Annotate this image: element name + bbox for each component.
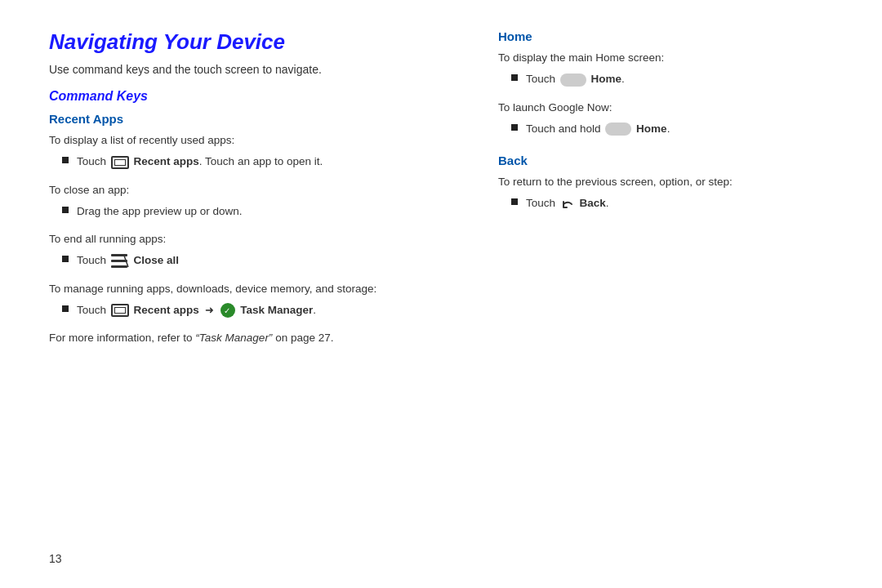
touch-label-back: Touch xyxy=(526,197,555,209)
display-list-text: To display a list of recently used apps: xyxy=(49,132,449,149)
bullet-touch-home: Touch Home. xyxy=(511,71,825,87)
page-title: Navigating Your Device xyxy=(49,29,449,55)
svg-rect-2 xyxy=(111,265,127,268)
bullet-square-icon xyxy=(62,157,69,163)
recent-apps-bold: Recent apps xyxy=(134,155,199,167)
more-info-italic: “Task Manager” xyxy=(195,332,272,344)
close-all-text: Touch Close all xyxy=(77,252,449,269)
svg-rect-1 xyxy=(111,260,127,262)
recent-apps-bold-2: Recent apps xyxy=(134,304,199,316)
task-manager-bold: Task Manager xyxy=(240,304,313,316)
touch-back-text: Touch Back. xyxy=(526,195,825,212)
back-bold: Back xyxy=(580,197,606,209)
drag-app-text: Drag the app preview up or down. xyxy=(77,203,449,220)
home-bold: Home xyxy=(591,73,622,85)
touch-label-close: Touch xyxy=(77,254,106,266)
bullet-drag-app: Drag the app preview up or down. xyxy=(62,203,449,220)
page-number: 13 xyxy=(49,552,62,565)
home-bold-2: Home xyxy=(636,122,667,135)
touch-label-tm: Touch xyxy=(77,304,106,316)
task-manager-text: Touch Recent apps ➜ Task Manager. xyxy=(77,302,449,318)
bullet-square-icon xyxy=(62,305,69,312)
task-manager-icon xyxy=(220,303,235,318)
bullet-task-manager: Touch Recent apps ➜ Task Manager. xyxy=(62,302,449,318)
bullet-close-all: Touch Close all xyxy=(62,252,449,269)
touch-home-text: Touch Home. xyxy=(526,71,825,87)
intro-text: Use command keys and the touch screen to… xyxy=(49,63,449,76)
bullet-square-icon xyxy=(511,124,518,131)
display-home-text: To display the main Home screen: xyxy=(498,50,825,66)
recent-apps-icon-2 xyxy=(111,304,129,317)
close-all-bold: Close all xyxy=(134,254,180,266)
arrow-icon: ➜ xyxy=(205,302,214,318)
page-content: Navigating Your Device Use command keys … xyxy=(0,0,882,381)
bullet-square-icon xyxy=(511,74,518,81)
home-title: Home xyxy=(498,29,825,43)
bullet1-suffix: . Touch an app to open it. xyxy=(199,155,323,167)
command-keys-title: Command Keys xyxy=(49,89,449,104)
svg-rect-0 xyxy=(111,254,127,256)
touch-hold-home-text: Touch and hold Home. xyxy=(526,121,825,137)
touch-hold-label: Touch and hold xyxy=(526,122,601,135)
recent-apps-icon xyxy=(111,156,129,169)
bullet-square-icon xyxy=(62,207,69,213)
bullet-touch-back: Touch Back. xyxy=(511,195,825,212)
more-info-text: For more information, refer to “Task Man… xyxy=(49,330,449,346)
close-all-icon xyxy=(111,254,129,269)
manage-apps-text: To manage running apps, downloads, devic… xyxy=(49,281,449,297)
back-title: Back xyxy=(498,154,825,167)
return-text: To return to the previous screen, option… xyxy=(498,174,825,190)
back-button-icon xyxy=(560,197,575,212)
right-column: Home To display the main Home screen: To… xyxy=(482,29,825,351)
touch-label: Touch xyxy=(77,155,106,167)
close-app-text: To close an app: xyxy=(49,182,449,198)
launch-google-text: To launch Google Now: xyxy=(498,100,825,116)
more-info-suffix: on page 27. xyxy=(275,332,333,344)
recent-apps-title: Recent Apps xyxy=(49,112,449,126)
more-info-prefix: For more information, refer to xyxy=(49,332,193,344)
end-running-text: To end all running apps: xyxy=(49,231,449,247)
bullet-recent-apps-open-text: Touch Recent apps. Touch an app to open … xyxy=(77,154,449,170)
home-button-icon-2 xyxy=(605,122,631,136)
home-button-icon xyxy=(560,74,586,87)
bullet-square-icon xyxy=(511,198,518,205)
bullet-recent-apps-open: Touch Recent apps. Touch an app to open … xyxy=(62,154,449,170)
bullet-square-icon xyxy=(62,256,69,262)
bullet-touch-hold-home: Touch and hold Home. xyxy=(511,121,825,137)
touch-label-home: Touch xyxy=(526,73,555,85)
left-column: Navigating Your Device Use command keys … xyxy=(49,29,449,351)
